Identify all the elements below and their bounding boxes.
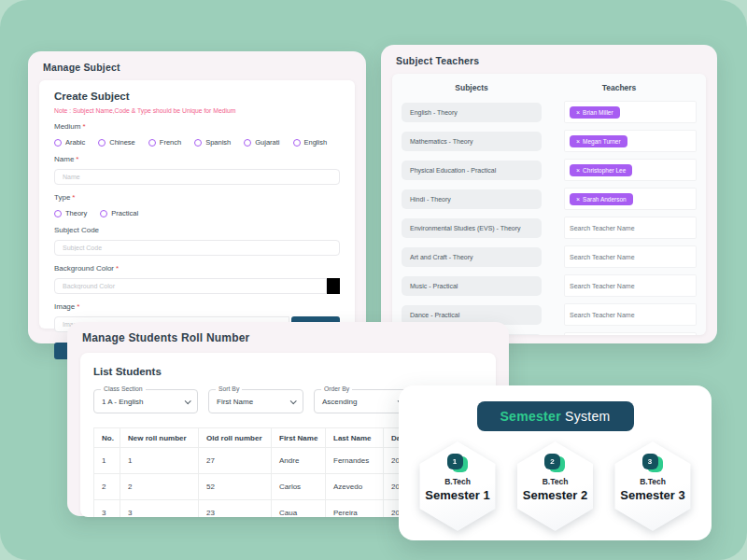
subject-teachers-panel: Subject Teachers Subjects Teachers Engli…: [381, 45, 717, 343]
subject-pill: English - Theory: [402, 103, 542, 122]
table-row: English - Theory ×Brian Miller: [402, 101, 697, 123]
table-header-row: Subjects Teachers: [402, 83, 697, 92]
table-row: Physical Education - Practical ×Christop…: [402, 159, 697, 181]
radio-icon: [54, 210, 62, 217]
medium-radio-gujarati[interactable]: Gujarati: [244, 138, 279, 147]
type-radio-theory[interactable]: Theory: [54, 209, 87, 217]
chevron-down-icon: [290, 398, 297, 404]
subject-teachers-title: Subject Teachers: [381, 45, 717, 74]
required-asterisk: *: [116, 264, 119, 273]
teacher-search-placeholder: Search Teacher Name: [570, 283, 635, 289]
teacher-search-field[interactable]: Search Teacher Name: [564, 332, 697, 335]
column-header-first-name: First Name: [272, 428, 326, 448]
subject-pill: Hindi - Theory: [402, 189, 542, 209]
cell-first-name: Andre: [272, 448, 326, 474]
semester-2-badge[interactable]: 2 B.Tech Semester 2: [513, 441, 599, 531]
column-header-old-roll: Old roll number: [199, 428, 272, 448]
teacher-search-field[interactable]: Search Teacher Name: [564, 217, 697, 239]
semester-number-icon: 2: [544, 454, 566, 472]
class-section-select[interactable]: Class Section 1 A - English: [93, 389, 198, 413]
image-label: Image*: [54, 302, 340, 311]
class-section-value: 1 A - English: [102, 398, 185, 406]
semester-1-badge[interactable]: 1 B.Tech Semester 1: [415, 441, 500, 531]
table-row: Environmental Studies (EVS) - Theory Sea…: [402, 217, 697, 239]
teacher-chip[interactable]: ×Brian Miller: [570, 106, 620, 119]
teacher-field[interactable]: ×Christopher Lee: [564, 159, 697, 181]
medium-radio-spanish[interactable]: Spanish: [194, 138, 231, 147]
manage-subject-title: Manage Subject: [28, 51, 366, 80]
medium-radio-chinese[interactable]: Chinese: [98, 138, 135, 147]
hexagon-shape: 2 B.Tech Semester 2: [513, 441, 599, 531]
type-radio-practical[interactable]: Practical: [100, 209, 138, 217]
medium-radio-english[interactable]: English: [293, 138, 328, 147]
cell-new-roll: 2: [120, 474, 199, 500]
required-asterisk: *: [82, 122, 85, 131]
create-subject-form: Create Subject Note : Subject Name,Code …: [39, 80, 355, 329]
cell-old-roll: 23: [199, 500, 272, 518]
subject-teachers-table: Subjects Teachers English - Theory ×Bria…: [392, 74, 706, 335]
semester-number-icon: 3: [642, 454, 664, 472]
remove-teacher-icon[interactable]: ×: [576, 138, 580, 145]
remove-teacher-icon[interactable]: ×: [576, 109, 580, 116]
cell-new-roll: 3: [120, 500, 199, 518]
type-label: Type*: [54, 193, 340, 202]
teacher-search-field[interactable]: Search Teacher Name: [564, 303, 697, 326]
teacher-search-placeholder: Search Teacher Name: [570, 254, 635, 260]
subject-pill: Art and Craft - Theory: [402, 247, 542, 267]
semester-title-rest: System: [561, 409, 611, 424]
teacher-chip[interactable]: ×Christopher Lee: [570, 164, 632, 176]
column-header-last-name: Last Name: [326, 428, 384, 448]
table-row: Hindi - Theory ×Sarah Anderson: [402, 188, 697, 210]
cell-old-roll: 27: [199, 448, 272, 474]
class-section-label: Class Section: [101, 385, 146, 392]
semester-title-accent: Semester: [500, 409, 560, 424]
remove-teacher-icon[interactable]: ×: [576, 167, 580, 174]
manage-students-title: Manage Students Roll Number: [67, 322, 509, 353]
teacher-field[interactable]: ×Megan Turner: [564, 130, 697, 152]
subject-code-field[interactable]: [54, 240, 340, 256]
create-subject-heading: Create Subject: [54, 91, 340, 102]
required-asterisk: *: [72, 193, 75, 202]
radio-icon: [98, 139, 106, 147]
semester-3-badge[interactable]: 3 B.Tech Semester 3: [610, 441, 696, 531]
teacher-search-field[interactable]: Search Teacher Name: [564, 245, 697, 268]
order-by-select[interactable]: Order By Ascending: [314, 389, 411, 413]
teachers-column-header: Teachers: [542, 83, 697, 92]
radio-icon: [100, 210, 107, 217]
background-color-field[interactable]: [54, 278, 327, 294]
teacher-chip[interactable]: ×Megan Turner: [570, 135, 627, 147]
sort-by-select[interactable]: Sort By First Name: [208, 389, 303, 413]
table-row: Mathematics - Theory ×Megan Turner: [402, 130, 697, 152]
teacher-search-field[interactable]: Search Teacher Name: [564, 274, 697, 297]
subject-pill: Music - Practical: [402, 276, 542, 296]
radio-icon: [194, 139, 202, 147]
semester-system-card: Semester System 1 B.Tech Semester 1 2: [399, 385, 712, 540]
color-swatch[interactable]: [327, 278, 340, 294]
medium-radio-french[interactable]: French: [148, 138, 181, 147]
order-by-label: Order By: [321, 385, 352, 392]
program-label: B.Tech: [444, 477, 471, 486]
teacher-field[interactable]: ×Sarah Anderson: [564, 188, 697, 210]
semester-number-icon: 1: [447, 454, 469, 472]
teacher-field[interactable]: ×Brian Miller: [564, 101, 697, 123]
background-color-group: [54, 278, 340, 294]
list-students-heading: List Students: [93, 366, 483, 377]
name-field[interactable]: [54, 169, 340, 185]
remove-teacher-icon[interactable]: ×: [576, 196, 580, 203]
medium-radio-arabic[interactable]: Arabic: [54, 138, 85, 147]
hexagon-shape: 3 B.Tech Semester 3: [610, 441, 696, 531]
subject-pill: Mathematics - Theory: [402, 132, 542, 151]
radio-icon: [244, 139, 251, 147]
table-row: 2 2 52 Carlos Azevedo 202: [94, 474, 438, 500]
semester-system-titlebar: Semester System: [477, 401, 634, 431]
cell-no: 1: [94, 448, 120, 474]
subjects-column-header: Subjects: [402, 83, 542, 92]
unique-note: Note : Subject Name,Code & Type should b…: [54, 107, 340, 114]
name-label: Name*: [54, 155, 340, 163]
subject-pill: Physical Education - Practical: [402, 161, 542, 180]
cell-first-name: Caua: [272, 500, 326, 518]
table-row: 3 3 23 Caua Pereira 202: [94, 500, 438, 518]
table-row: Music - Practical Search Teacher Name: [402, 274, 697, 297]
cell-new-roll: 1: [120, 448, 199, 474]
teacher-chip[interactable]: ×Sarah Anderson: [570, 193, 633, 205]
